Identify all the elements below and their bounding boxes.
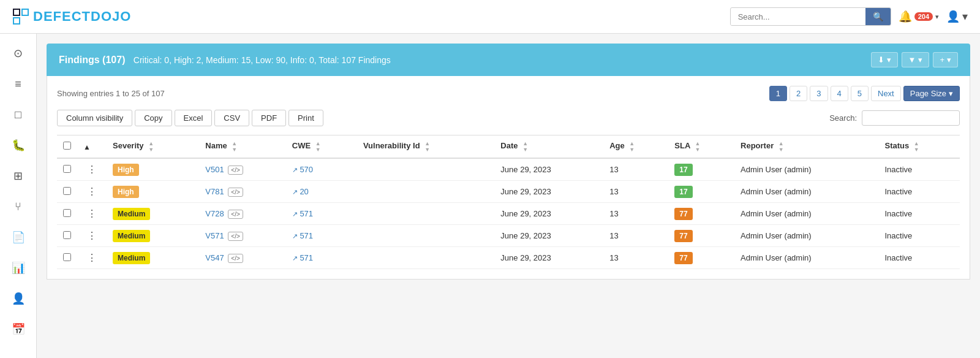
- sidebar-item-bugs[interactable]: 🐛: [5, 132, 32, 159]
- row-age-cell: 13: [603, 181, 668, 203]
- copy-button[interactable]: Copy: [135, 110, 172, 126]
- table-header: ▲ Severity ▲▼ Name ▲▼ CWE ▲▼: [57, 135, 960, 159]
- row-checkbox-3[interactable]: [63, 231, 71, 239]
- code-icon: </>: [228, 188, 243, 197]
- sidebar-item-dashboard[interactable]: ⊙: [5, 40, 32, 67]
- pdf-button[interactable]: PDF: [252, 110, 286, 126]
- page-1-button[interactable]: 1: [769, 86, 787, 101]
- reporter-value: Admin User (admin): [741, 165, 812, 174]
- filter-button[interactable]: ▼ ▾: [902, 52, 930, 67]
- age-value: 13: [609, 253, 618, 262]
- code-icon: </>: [228, 166, 243, 175]
- finding-name-link[interactable]: V547: [205, 253, 224, 262]
- row-checkbox-4[interactable]: [63, 253, 71, 261]
- row-vuln-id-cell: [357, 158, 494, 181]
- csv-button[interactable]: CSV: [214, 110, 249, 126]
- sidebar-item-document[interactable]: 📄: [5, 224, 32, 251]
- sidebar-item-calendar[interactable]: 📅: [5, 316, 32, 343]
- external-link-icon: ↗: [292, 188, 298, 196]
- notifications-caret-icon[interactable]: ▾: [935, 13, 939, 21]
- row-severity-cell: Medium: [107, 225, 199, 247]
- findings-table: ▲ Severity ▲▼ Name ▲▼ CWE ▲▼: [57, 135, 960, 269]
- main-content: Findings (107) Critical: 0, High: 2, Med…: [37, 34, 980, 358]
- vuln-sort-icon: ▲▼: [424, 140, 430, 153]
- finding-name-link[interactable]: V728: [205, 209, 224, 218]
- excel-button[interactable]: Excel: [175, 110, 213, 126]
- column-visibility-button[interactable]: Column visibility: [57, 110, 132, 126]
- severity-badge: Medium: [113, 208, 150, 220]
- download-button[interactable]: ⬇ ▾: [871, 52, 898, 67]
- row-severity-cell: High: [107, 158, 199, 181]
- sla-badge: 77: [674, 252, 692, 264]
- row-checkbox-0[interactable]: [63, 165, 71, 173]
- table-search-group: Search:: [829, 110, 960, 126]
- navbar-search-input[interactable]: [731, 9, 865, 25]
- finding-name-link[interactable]: V571: [205, 231, 224, 240]
- row-vuln-id-cell: [357, 181, 494, 203]
- user-menu-button[interactable]: 👤 ▾: [946, 10, 968, 23]
- status-sort-icon: ▲▼: [914, 140, 919, 153]
- page-header: Findings (107) Critical: 0, High: 2, Med…: [47, 44, 970, 76]
- notifications-button[interactable]: 🔔: [899, 10, 912, 23]
- page-5-button[interactable]: 5: [851, 86, 869, 101]
- row-actions-button[interactable]: ⋮: [83, 251, 100, 264]
- row-sla-cell: 17: [668, 181, 734, 203]
- page-size-button[interactable]: Page Size ▾: [903, 86, 960, 101]
- row-sla-cell: 77: [668, 203, 734, 225]
- inbox-icon: □: [15, 109, 21, 121]
- dashboard-icon: ⊙: [13, 47, 23, 60]
- age-sort-icon: ▲▼: [629, 140, 635, 153]
- page-3-button[interactable]: 3: [810, 86, 827, 101]
- add-button[interactable]: + ▾: [933, 52, 958, 67]
- brand: DEFECTDOJO: [12, 8, 131, 25]
- table-search-input[interactable]: [862, 110, 960, 126]
- row-age-cell: 13: [603, 203, 668, 225]
- pagination-bar: Showing entries 1 to 25 of 107 1 2 3 4 5…: [57, 86, 960, 101]
- sla-badge: 77: [674, 230, 692, 242]
- user-icon: 👤: [946, 10, 960, 23]
- sidebar-item-list[interactable]: ≡: [5, 70, 32, 97]
- cwe-link[interactable]: ↗ 570: [292, 165, 313, 174]
- cwe-link[interactable]: ↗ 571: [292, 231, 313, 240]
- sidebar-item-inbox[interactable]: □: [5, 101, 32, 128]
- svg-rect-1: [22, 9, 28, 15]
- row-actions-button[interactable]: ⋮: [83, 185, 100, 198]
- row-checkbox-1[interactable]: [63, 187, 71, 195]
- row-cwe-cell: ↗ 571: [286, 247, 357, 269]
- reporter-value: Admin User (admin): [741, 253, 812, 262]
- sidebar-item-user[interactable]: 👤: [5, 285, 32, 312]
- sidebar-item-hierarchy[interactable]: ⑂: [5, 193, 32, 220]
- row-reporter-cell: Admin User (admin): [734, 203, 878, 225]
- row-actions-button[interactable]: ⋮: [83, 229, 100, 242]
- page-2-button[interactable]: 2: [790, 86, 807, 101]
- navbar-search-button[interactable]: 🔍: [865, 8, 891, 25]
- cwe-link[interactable]: ↗ 20: [292, 187, 309, 196]
- sidebar-item-grid[interactable]: ⊞: [5, 162, 32, 189]
- th-sla: SLA ▲▼: [668, 135, 734, 159]
- date-value: June 29, 2023: [500, 209, 551, 218]
- finding-name-link[interactable]: V781: [205, 187, 224, 196]
- row-actions-button[interactable]: ⋮: [83, 163, 100, 176]
- row-cwe-cell: ↗ 571: [286, 225, 357, 247]
- select-all-checkbox[interactable]: [63, 142, 71, 150]
- export-buttons: Column visibility Copy Excel CSV PDF Pri…: [57, 110, 323, 126]
- finding-name-link[interactable]: V501: [205, 165, 224, 174]
- chart-icon: 📊: [12, 261, 25, 275]
- next-button[interactable]: Next: [871, 86, 901, 101]
- row-age-cell: 13: [603, 158, 668, 181]
- th-status: Status ▲▼: [879, 135, 960, 159]
- grid-icon: ⊞: [13, 169, 23, 183]
- severity-badge: Medium: [113, 230, 150, 242]
- sidebar-item-chart[interactable]: 📊: [5, 254, 32, 281]
- print-button[interactable]: Print: [288, 110, 323, 126]
- severity-sort-icon: ▲▼: [148, 140, 154, 153]
- date-value: June 29, 2023: [500, 165, 551, 174]
- row-reporter-cell: Admin User (admin): [734, 158, 878, 181]
- row-actions-button[interactable]: ⋮: [83, 207, 100, 220]
- page-4-button[interactable]: 4: [831, 86, 848, 101]
- sla-sort-icon: ▲▼: [695, 140, 700, 153]
- cwe-link[interactable]: ↗ 571: [292, 253, 313, 262]
- row-checkbox-cell: [57, 225, 77, 247]
- cwe-link[interactable]: ↗ 571: [292, 209, 313, 218]
- row-checkbox-2[interactable]: [63, 209, 71, 217]
